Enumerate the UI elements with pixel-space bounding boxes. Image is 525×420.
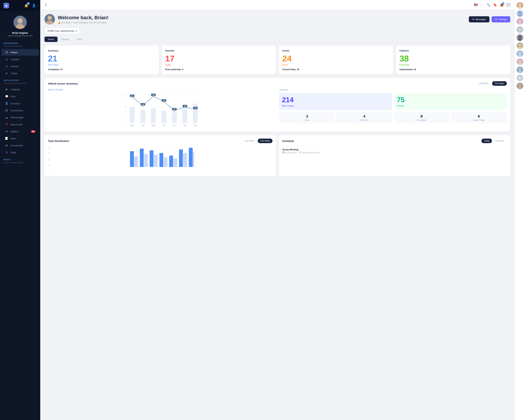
svg-text:Sat: Sat [184,124,186,126]
task-chart-svg [51,146,272,167]
card-sub-overdue: From yesterday: 9 [165,68,273,71]
chat-topbar-icon[interactable]: 💬 [506,3,510,7]
svg-point-3 [18,19,22,23]
card-label-summary: Due Tasks [48,64,155,66]
sidebar-item-ecommerce[interactable]: 🛒 ECommerce › [1,107,39,114]
welcome-greeting: Welcome back, Brian! [58,15,109,20]
sidebar-item-notes[interactable]: 📝 Notes [1,135,39,142]
card-menu-overdue[interactable]: ⋮ [270,49,272,52]
svg-rect-60 [134,157,138,167]
sidebar-item-academy[interactable]: 🎓 Academy [1,86,39,93]
sidebar: ◆ 🔔 3 👤 Brian Hughes hughes.brian@compan… [0,0,40,420]
svg-rect-24 [183,109,188,123]
sidebar-item-chat[interactable]: 💬 Chat [1,93,39,100]
search-icon[interactable]: 🔍 [487,3,490,7]
tab-home[interactable]: Home [45,37,57,42]
rs-avatar-11[interactable] [517,83,523,89]
github-lastweek-btn[interactable]: Last Week [477,81,491,86]
inbox-badge: 5 [502,2,504,5]
sidebar-item-mailbox[interactable]: ✉ Mailbox 27 [1,128,39,135]
ecommerce-icon: 🛒 [5,109,8,112]
topbar: ☰ 🇺🇸 ⛶ 🔍 🔖 📥 5 💬 [40,0,515,10]
sidebar-item-contacts[interactable]: 👤 Contacts [1,100,39,107]
github-content: New vs. Closed 45 36 [48,89,507,128]
tab-team[interactable]: Team [73,37,86,42]
user-icon-button[interactable]: 👤 [31,3,37,8]
notifications-button[interactable]: 🔔 3 [23,3,29,8]
rs-avatar-8[interactable] [517,58,523,65]
sidebar-item-finance[interactable]: ◷ Finance [1,63,39,70]
rs-avatar-4[interactable]: M [517,26,523,33]
helpcenter-icon: ❓ [5,123,8,126]
rs-avatar-2[interactable] [517,10,523,17]
card-header-overdue: Overdue ⋮ [165,49,273,52]
sidebar-item-crypto[interactable]: $ Crypto [1,70,39,76]
messages-button[interactable]: ✉ Messages [469,16,489,22]
mailbox-icon: ✉ [5,130,8,133]
chart-container: 45 36 27 18 9 0 [48,93,276,128]
schedule-today-btn[interactable]: Today [481,139,492,143]
schedule-event-title: Group Meeting [282,148,319,151]
card-menu-features[interactable]: ⋮ [504,49,507,52]
project-icon: ☑ [5,51,8,54]
schedule-tomorrow-btn[interactable]: Tomorrow [493,139,507,143]
wontfix-number: 4 [338,114,391,119]
rs-avatar-6[interactable] [517,42,523,49]
rs-avatar-5[interactable] [517,34,523,41]
finance-icon: ◷ [5,65,8,68]
online-dot-2 [522,15,523,17]
app-logo[interactable]: ◆ [3,3,9,8]
online-dot-1 [522,7,523,9]
sidebar-item-tasks[interactable]: ⊙ Tasks [1,149,39,156]
sidebar-item-project[interactable]: ☑ Project [1,49,39,56]
app-selector[interactable]: ACME Corp. Backend App ▾ [45,28,80,34]
card-header-features: Features ⋮ [400,49,507,52]
rs-avatar-1[interactable] [517,2,523,9]
summary-card-issues: Issues ⋮ 24 Open Closed today: 19 [279,46,393,74]
card-sub-issues: Closed today: 19 [282,68,390,71]
task-lastweek-btn[interactable]: Last Week [242,139,257,143]
mailbox-badge: 27 [31,130,35,133]
flag-icon[interactable]: 🇺🇸 [474,3,478,7]
github-thisweek-btn[interactable]: This Week [492,81,507,86]
sidebar-item-analytics[interactable]: ◎ Analytics [1,56,39,63]
bookmark-icon[interactable]: 🔖 [493,3,497,7]
svg-point-78 [518,22,522,25]
schedule-item-arrow[interactable]: › [506,150,507,152]
card-sub-features: Implemented: 16 [400,68,507,71]
schedule-title: Schedule [282,140,294,142]
github-issues-section: Github Issues Summary Last Week This Wee… [45,78,510,131]
nav-label-dashboards: DASHBOARDS [0,39,40,45]
sidebar-item-label-finance: Finance [10,65,19,68]
rs-avatar-3[interactable] [517,18,523,25]
settings-button[interactable]: ⚙ Settings [492,16,510,22]
sidebar-item-filemanager[interactable]: ☁ File Manager [1,114,39,121]
task-thisweek-btn[interactable]: This Week [258,139,272,143]
card-title-overdue: Overdue [165,49,175,52]
github-week-toggle: Last Week This Week [477,81,507,86]
chat-icon: 💬 [5,95,8,98]
closed-label: Closed [397,104,504,107]
overview-label: Overview [279,89,507,91]
tab-budget[interactable]: Budget [58,37,73,42]
svg-rect-62 [144,154,148,167]
svg-point-77 [518,19,521,22]
task-distribution-card: Task Distribution Last Week This Week 40… [45,135,276,176]
rs-avatar-10[interactable]: M [517,75,523,81]
menu-toggle-button[interactable]: ☰ [45,3,47,7]
inbox-icon[interactable]: 📥 5 [500,3,504,7]
summary-card-overdue: Overdue ⋮ 17 Tasks From yesterday: 9 [162,46,276,74]
svg-rect-22 [161,111,166,123]
rs-avatar-9[interactable] [517,66,523,73]
card-header-issues: Issues ⋮ [282,49,390,52]
svg-text:36: 36 [125,100,126,101]
sidebar-item-helpcenter[interactable]: ❓ Help Center › [1,121,39,128]
svg-text:28: 28 [142,104,144,105]
sidebar-item-label-analytics: Analytics [10,58,19,61]
sidebar-item-label-notes: Notes [10,137,17,140]
card-menu-issues[interactable]: ⋮ [387,49,390,52]
card-menu-summary[interactable]: ⋮ [153,49,155,52]
rs-avatar-7[interactable] [517,50,523,57]
fullscreen-icon[interactable]: ⛶ [480,3,484,7]
sidebar-item-scrumboard[interactable]: ⊞ Scrumboard [1,142,39,149]
